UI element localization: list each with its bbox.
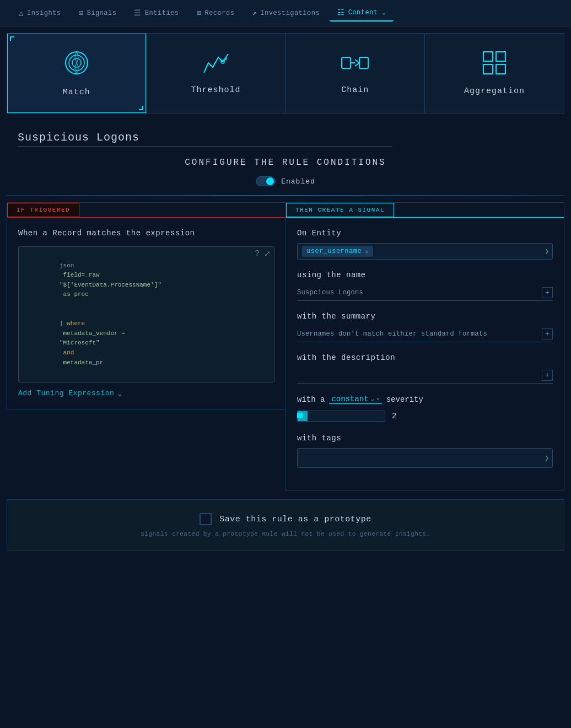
- corner-decoration-tl: [10, 36, 14, 41]
- if-triggered-panel: IF TRIGGERED When a Record matches the e…: [7, 202, 286, 409]
- entity-tag-remove[interactable]: ✕: [365, 248, 369, 255]
- severity-section: with a constant ⌄ ✕ severity: [297, 395, 553, 423]
- enabled-label: Enabled: [281, 177, 315, 186]
- severity-dropdown-icon: ⌄: [371, 396, 374, 402]
- svg-rect-4: [342, 57, 351, 68]
- rule-card-chain[interactable]: Chain: [286, 34, 425, 113]
- threshold-icon: [203, 52, 229, 79]
- rule-card-threshold[interactable]: Threshold: [147, 34, 286, 113]
- prototype-checkbox[interactable]: [200, 513, 212, 525]
- severity-value: 2: [392, 412, 396, 420]
- aggregation-label: Aggregation: [464, 87, 525, 96]
- severity-suffix: severity: [386, 395, 423, 404]
- match-icon: [63, 50, 90, 81]
- save-prototype-section: Save this rule as a prototype Signals cr…: [7, 499, 564, 551]
- using-name-section: using the name Suspcious Logons +: [297, 271, 553, 301]
- nav-insights[interactable]: △ Insights: [11, 5, 69, 21]
- svg-rect-5: [359, 57, 368, 68]
- summary-add-button[interactable]: +: [542, 328, 553, 339]
- with-summary-title: with the summary: [297, 312, 553, 321]
- chain-icon: [341, 52, 369, 79]
- rule-name-input[interactable]: [18, 129, 392, 147]
- content-icon: ☷: [337, 8, 345, 17]
- save-title: Save this rule as a prototype: [219, 515, 371, 524]
- severity-row: with a constant ⌄ ✕ severity: [297, 395, 553, 404]
- entity-dropdown-icon[interactable]: ❯: [545, 247, 549, 256]
- then-signal-tab[interactable]: THEN CREATE A SIGNAL: [286, 203, 394, 217]
- severity-slider-container: 2: [297, 409, 553, 423]
- entity-tag: user_username ✕: [302, 246, 373, 257]
- description-value: [297, 370, 537, 380]
- tags-dropdown-icon[interactable]: ❯: [545, 454, 549, 462]
- severity-type-label: constant: [331, 395, 368, 403]
- editor-toolbar: ? ⤢: [255, 249, 271, 258]
- tags-selector[interactable]: ❯: [297, 448, 553, 468]
- with-tags-title: with tags: [297, 434, 553, 443]
- summary-value: Usernames don't match eithier standard f…: [297, 329, 537, 339]
- aggregation-icon: [482, 51, 507, 80]
- enabled-section: Enabled: [0, 172, 571, 195]
- with-description-title: with the description: [297, 353, 553, 362]
- with-tags-section: with tags ❯: [297, 434, 553, 468]
- config-title: CONFIGURE THE RULE CONDITIONS: [0, 149, 571, 172]
- rule-type-grid: Match Threshold Chain: [7, 33, 564, 114]
- corner-decoration-br: [139, 106, 143, 110]
- with-description-section: with the description +: [297, 353, 553, 384]
- section-divider: [7, 195, 564, 196]
- nav-records[interactable]: ⊞ Records: [189, 5, 243, 21]
- with-summary-section: with the summary Usernames don't match e…: [297, 312, 553, 342]
- expression-editor[interactable]: ? ⤢ json field=_raw "$['EventData.Proces…: [18, 246, 274, 382]
- rule-card-aggregation[interactable]: Aggregation: [425, 34, 564, 113]
- nav-entities[interactable]: ☰ Entities: [126, 5, 186, 21]
- toggle-thumb: [266, 177, 274, 185]
- entity-tag-label: user_username: [306, 247, 362, 255]
- nav-content[interactable]: ☷ Content ⌄: [330, 4, 394, 21]
- condition-text: When a Record matches the expression: [18, 229, 274, 238]
- save-subtitle: Signals created by a prototype Rule will…: [141, 531, 430, 537]
- help-icon[interactable]: ?: [255, 249, 260, 258]
- add-tuning-chevron: ⌄: [117, 389, 122, 398]
- on-entity-title: On Entity: [297, 229, 553, 238]
- name-field: Suspcious Logons +: [297, 285, 553, 301]
- if-triggered-tab[interactable]: IF TRIGGERED: [7, 203, 79, 217]
- then-signal-content: On Entity user_username ✕ ❯ using the na…: [286, 218, 564, 490]
- on-entity-section: On Entity user_username ✕ ❯: [297, 229, 553, 260]
- entities-icon: ☰: [134, 8, 142, 18]
- records-icon: ⊞: [197, 8, 202, 18]
- enabled-toggle[interactable]: [256, 176, 276, 186]
- svg-rect-8: [483, 64, 493, 74]
- nav-investigations[interactable]: ↗ Investigations: [244, 5, 327, 21]
- name-add-button[interactable]: +: [542, 287, 553, 298]
- summary-field: Usernames don't match eithier standard f…: [297, 326, 553, 342]
- add-tuning-label: Add Tuning Expression: [18, 389, 114, 397]
- severity-type-dropdown[interactable]: constant ⌄ ✕: [329, 395, 381, 404]
- rule-name-section: [0, 120, 571, 149]
- description-add-button[interactable]: +: [542, 370, 553, 381]
- name-value: Suspcious Logons: [297, 288, 537, 298]
- threshold-label: Threshold: [191, 85, 241, 95]
- svg-rect-6: [483, 52, 493, 61]
- navigation: △ Insights ⊡ Signals ☰ Entities ⊞ Record…: [0, 0, 571, 26]
- conditions-panels: IF TRIGGERED When a Record matches the e…: [7, 202, 564, 490]
- match-label: Match: [63, 88, 90, 97]
- code-line-1: json field=_raw "$['EventData.ProcessNam…: [23, 251, 270, 310]
- svg-rect-7: [496, 52, 505, 61]
- severity-close-icon[interactable]: ✕: [376, 396, 380, 402]
- entity-selector[interactable]: user_username ✕ ❯: [297, 243, 553, 260]
- if-triggered-content: When a Record matches the expression ? ⤢…: [7, 218, 286, 409]
- add-tuning-expression[interactable]: Add Tuning Expression ⌄: [18, 382, 274, 400]
- save-row: Save this rule as a prototype: [200, 513, 371, 525]
- then-signal-panel: THEN CREATE A SIGNAL On Entity user_user…: [286, 202, 564, 490]
- svg-rect-9: [496, 64, 505, 74]
- expand-icon[interactable]: ⤢: [264, 249, 271, 258]
- signals-icon: ⊡: [79, 8, 84, 18]
- investigations-icon: ↗: [252, 8, 257, 18]
- nav-signals[interactable]: ⊡ Signals: [71, 5, 125, 21]
- using-name-title: using the name: [297, 271, 553, 279]
- code-line-2: | where metadata_vendor = "Microsoft" an…: [23, 310, 270, 378]
- insights-icon: △: [19, 8, 24, 18]
- chain-label: Chain: [341, 85, 369, 95]
- rule-card-match[interactable]: Match: [7, 34, 146, 113]
- description-field: +: [297, 368, 553, 384]
- severity-prefix: with a: [297, 395, 325, 404]
